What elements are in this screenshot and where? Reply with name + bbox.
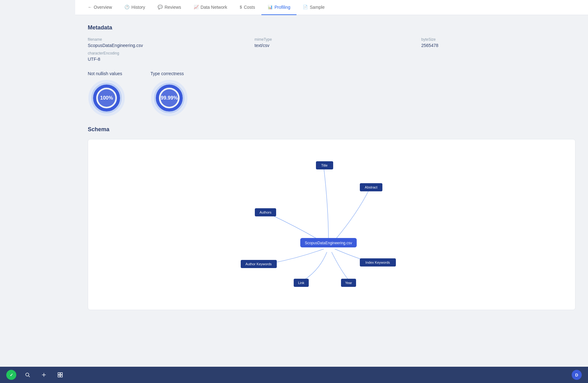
bytesize-value: 2565478 (421, 43, 575, 48)
overview-icon: ← (88, 5, 92, 9)
schema-box: ScopusDataEngineering.csv Title Abstract (88, 139, 575, 310)
svg-rect-33 (60, 375, 62, 377)
bytesize-item: byteSize 2565478 (421, 37, 575, 48)
authors-node[interactable]: Authors (255, 208, 276, 216)
tab-overview[interactable]: ← Overview (81, 0, 118, 15)
type-correctness-donut: 99.99% (150, 79, 188, 117)
not-nullish-chart: Not nullish values 100% (88, 71, 125, 117)
profiling-icon: 📊 (268, 5, 273, 9)
svg-text:Year: Year (345, 281, 352, 285)
tab-costs[interactable]: $ Costs (234, 0, 261, 15)
tab-history[interactable]: 🕐 History (118, 0, 151, 15)
main-layout: Metadata filename ScopusDataEngineering.… (0, 15, 588, 367)
year-node[interactable]: Year (341, 279, 356, 287)
charts-row: Not nullish values 100% (88, 71, 575, 117)
mimetype-value: text/csv (255, 43, 409, 48)
main-content: Metadata filename ScopusDataEngineering.… (75, 15, 588, 367)
costs-icon: $ (240, 5, 242, 9)
bottom-toolbar: ✓ D (0, 367, 588, 383)
sidebar (0, 15, 75, 367)
not-nullish-title: Not nullish values (88, 71, 122, 76)
not-nullish-donut: 100% (88, 79, 125, 117)
metadata-grid: filename ScopusDataEngineering.csv mimeT… (88, 37, 575, 48)
svg-point-26 (26, 373, 29, 376)
svg-line-27 (29, 376, 30, 377)
svg-text:Authors: Authors (260, 210, 271, 214)
history-icon: 🕐 (124, 5, 129, 9)
tab-sample[interactable]: 📄 Sample (297, 0, 331, 15)
mimetype-item: mimeType text/csv (255, 37, 409, 48)
search-button[interactable] (23, 370, 33, 380)
svg-text:Author Keywords: Author Keywords (245, 262, 272, 266)
type-correctness-chart: Type correctness 99.99% (150, 71, 188, 117)
filename-label: filename (88, 37, 242, 42)
user-avatar[interactable]: ✓ (6, 370, 16, 380)
type-correctness-value: 99.99% (161, 95, 178, 101)
schema-section: Schema (88, 126, 575, 310)
link-node[interactable]: Link (294, 279, 309, 287)
not-nullish-value: 100% (100, 95, 113, 101)
metadata-encoding-row: characterEncoding UTF-8 (88, 51, 575, 62)
reviews-icon: 💬 (158, 5, 163, 9)
author-keywords-node[interactable]: Author Keywords (241, 260, 277, 268)
svg-rect-30 (58, 373, 60, 375)
svg-text:Title: Title (321, 163, 328, 167)
metadata-title: Metadata (88, 24, 575, 31)
network-graph: ScopusDataEngineering.csv Title Abstract (94, 146, 569, 302)
data-network-icon: 📈 (194, 5, 199, 9)
svg-text:ScopusDataEngineering.csv: ScopusDataEngineering.csv (305, 241, 352, 245)
svg-rect-31 (60, 373, 62, 375)
filename-value: ScopusDataEngineering.csv (88, 43, 242, 48)
central-node[interactable]: ScopusDataEngineering.csv (300, 238, 357, 247)
index-keywords-node[interactable]: Index Keywords (360, 258, 396, 267)
profile-avatar[interactable]: D (572, 370, 582, 380)
encoding-label: characterEncoding (88, 51, 575, 55)
tab-data-network[interactable]: 📈 Data Network (187, 0, 234, 15)
sample-icon: 📄 (303, 5, 308, 9)
tab-profiling[interactable]: 📊 Profiling (261, 0, 297, 15)
svg-text:Abstract: Abstract (365, 185, 377, 189)
grid-button[interactable] (55, 370, 65, 380)
svg-rect-32 (58, 375, 60, 377)
title-node[interactable]: Title (316, 161, 333, 169)
schema-title: Schema (88, 126, 575, 133)
top-navigation: ← Overview 🕐 History 💬 Reviews 📈 Data Ne… (75, 0, 588, 15)
abstract-node[interactable]: Abstract (360, 183, 382, 191)
bytesize-label: byteSize (421, 37, 575, 42)
encoding-value: UTF-8 (88, 57, 575, 62)
metadata-section: Metadata filename ScopusDataEngineering.… (88, 24, 575, 62)
encoding-item: characterEncoding UTF-8 (88, 51, 575, 62)
tab-reviews[interactable]: 💬 Reviews (151, 0, 187, 15)
svg-text:Index Keywords: Index Keywords (365, 261, 390, 264)
type-correctness-title: Type correctness (150, 71, 184, 76)
add-button[interactable] (39, 370, 49, 380)
mimetype-label: mimeType (255, 37, 409, 42)
filename-item: filename ScopusDataEngineering.csv (88, 37, 242, 48)
svg-text:Link: Link (298, 281, 305, 285)
